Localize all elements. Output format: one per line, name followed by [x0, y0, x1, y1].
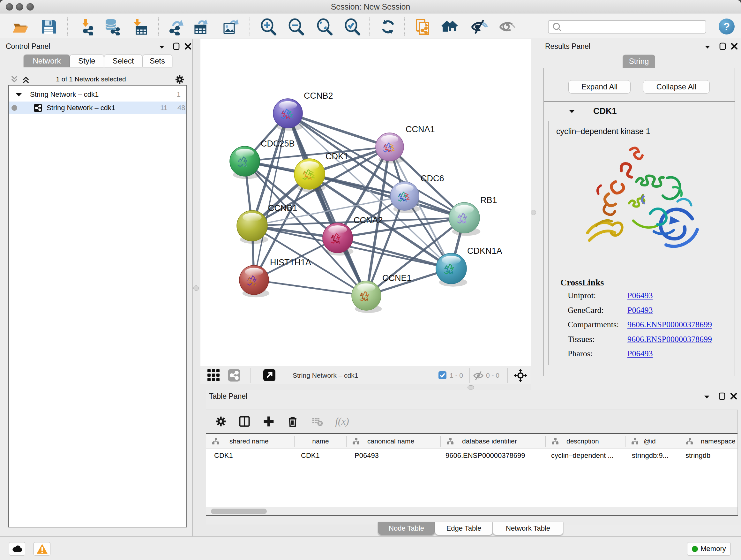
- collapse-panel-icon[interactable]: [703, 393, 711, 401]
- table-tab-edge-table[interactable]: Edge Table: [435, 522, 493, 535]
- crosslink-value-link[interactable]: P06493: [627, 291, 653, 300]
- network-node-CDKN1A[interactable]: [436, 253, 467, 287]
- show-all-networks-button[interactable]: [441, 18, 459, 36]
- column-header-name[interactable]: name: [294, 434, 347, 449]
- crosslink-value-link[interactable]: P06493: [627, 306, 653, 315]
- table-settings-button[interactable]: [212, 413, 230, 430]
- open-in-new-window-icon[interactable]: [263, 369, 275, 381]
- cloud-status-button[interactable]: [9, 542, 25, 556]
- open-session-button[interactable]: [12, 18, 29, 36]
- delete-table-button[interactable]: [308, 413, 326, 430]
- add-column-button[interactable]: [260, 413, 278, 430]
- column-header-databaseidentifier[interactable]: database identifier: [441, 434, 546, 449]
- zoom-selected-button[interactable]: [344, 18, 361, 36]
- results-tab-string[interactable]: String: [623, 55, 655, 68]
- column-header-description[interactable]: description: [546, 434, 625, 449]
- save-session-button[interactable]: [40, 18, 57, 36]
- apply-function-button[interactable]: f(x): [333, 413, 351, 430]
- network-node-HIST1H1A[interactable]: [239, 265, 269, 297]
- network-node-CCNA2[interactable]: [323, 223, 353, 255]
- zoom-fit-button[interactable]: [316, 18, 333, 36]
- memory-button[interactable]: Memory: [687, 542, 731, 556]
- table-cell[interactable]: stringdb:9...: [632, 451, 669, 460]
- crosslink-value-link[interactable]: 9606.ENSP00000378699: [627, 334, 712, 344]
- gear-icon[interactable]: [174, 74, 185, 85]
- show-hidden-button[interactable]: [498, 18, 516, 36]
- column-separator[interactable]: [738, 436, 738, 447]
- zoom-out-button[interactable]: [287, 18, 305, 36]
- table-cell[interactable]: cyclin–dependent ...: [551, 451, 614, 460]
- network-node-CCNB1[interactable]: [237, 210, 268, 244]
- left-splitter-handle[interactable]: [193, 286, 199, 291]
- expand-all-tree-icon[interactable]: [10, 75, 19, 84]
- column-header-id[interactable]: @id: [625, 434, 680, 449]
- selected-checkbox-icon[interactable]: [439, 371, 447, 379]
- network-view[interactable]: CCNB2CCNA1CDC25BCDK1CDC6RB1CCNB1CCNA2CDK…: [200, 39, 531, 366]
- export-network-button[interactable]: [167, 18, 185, 36]
- close-panel-icon[interactable]: [730, 42, 738, 51]
- copy-network-button[interactable]: [414, 18, 432, 36]
- network-node-CDC6[interactable]: [390, 182, 420, 213]
- help-button[interactable]: ?: [719, 18, 735, 35]
- network-node-CCNB2[interactable]: [273, 99, 303, 131]
- table-tab-node-table[interactable]: Node Table: [378, 522, 435, 535]
- birdseye-grid-icon[interactable]: [207, 369, 221, 382]
- network-tree-row[interactable]: String Network – cdk11148: [9, 102, 186, 114]
- table-cell[interactable]: CDK1: [214, 451, 233, 460]
- import-table-button[interactable]: [131, 18, 148, 36]
- tab-network[interactable]: Network: [23, 55, 70, 67]
- network-edge[interactable]: [288, 113, 390, 147]
- network-node-CDK1[interactable]: [294, 159, 326, 192]
- table-cell[interactable]: CDK1: [301, 451, 320, 460]
- maximize-panel-icon[interactable]: [719, 42, 727, 51]
- column-header-sharedname[interactable]: shared name: [206, 434, 294, 449]
- string-network-icon[interactable]: [228, 369, 240, 381]
- hide-selected-button[interactable]: [471, 18, 488, 36]
- tab-select[interactable]: Select: [105, 55, 142, 67]
- delete-column-button[interactable]: [284, 413, 301, 430]
- crosslink-value-link[interactable]: 9606.ENSP00000378699: [627, 320, 712, 329]
- network-edge[interactable]: [254, 280, 366, 296]
- import-network-button[interactable]: [77, 18, 95, 36]
- collapse-all-button[interactable]: Collapse All: [643, 80, 710, 94]
- import-network-from-database-button[interactable]: [104, 18, 121, 36]
- results-section-header[interactable]: CDK1: [544, 102, 735, 121]
- collapse-panel-icon[interactable]: [703, 43, 712, 51]
- tab-style[interactable]: Style: [70, 55, 104, 67]
- network-tree-row[interactable]: String Network – cdk11: [9, 88, 186, 101]
- search-input[interactable]: [548, 20, 706, 34]
- export-table-button[interactable]: [193, 18, 210, 36]
- apply-layout-button[interactable]: [380, 18, 397, 36]
- export-image-button[interactable]: [222, 18, 240, 36]
- horizontal-splitter-handle[interactable]: [468, 385, 474, 389]
- expand-all-button[interactable]: Expand All: [568, 80, 630, 94]
- close-panel-icon[interactable]: [184, 42, 192, 51]
- zoom-in-button[interactable]: [260, 18, 277, 36]
- section-collapse-icon[interactable]: [568, 107, 576, 116]
- network-node-CCNE1[interactable]: [352, 281, 382, 313]
- close-panel-icon[interactable]: [730, 392, 738, 400]
- warning-status-button[interactable]: [33, 542, 51, 556]
- network-node-RB1[interactable]: [449, 202, 480, 236]
- crosslink-value-link[interactable]: P06493: [627, 349, 653, 359]
- hidden-eye-slash-icon[interactable]: [473, 370, 484, 381]
- table-cell[interactable]: 9606.ENSP00000378699: [446, 451, 525, 460]
- move-crosshair-icon[interactable]: [514, 369, 527, 382]
- table-cell[interactable]: stringdb: [685, 451, 711, 460]
- scrollbar-thumb[interactable]: [211, 509, 267, 514]
- maximize-panel-icon[interactable]: [718, 392, 726, 400]
- tab-sets[interactable]: Sets: [143, 55, 172, 67]
- maximize-panel-icon[interactable]: [172, 42, 181, 51]
- column-header-canonicalname[interactable]: canonical name: [347, 434, 441, 449]
- right-splitter-handle[interactable]: [531, 210, 536, 215]
- network-node-CCNA1[interactable]: [376, 133, 404, 164]
- table-horizontal-scrollbar[interactable]: [206, 507, 738, 516]
- network-node-CDC25B[interactable]: [230, 146, 260, 179]
- table-cell[interactable]: P06493: [354, 451, 379, 460]
- column-header-namespace[interactable]: namespace: [680, 434, 738, 449]
- tree-expander-icon[interactable]: [15, 91, 22, 98]
- table-tab-network-table[interactable]: Network Table: [493, 522, 563, 535]
- select-columns-button[interactable]: [235, 413, 253, 430]
- collapse-all-tree-icon[interactable]: [21, 75, 30, 84]
- collapse-panel-icon[interactable]: [158, 43, 166, 51]
